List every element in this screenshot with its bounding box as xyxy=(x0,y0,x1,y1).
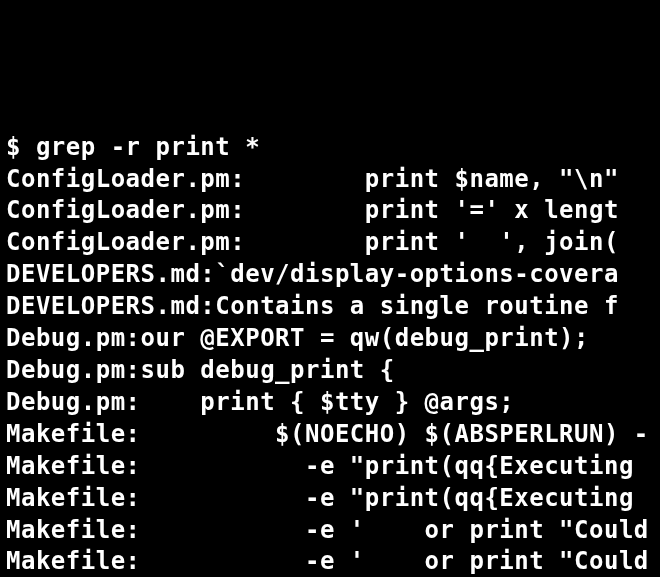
command-prompt-line: $ grep -r print * xyxy=(6,132,654,164)
prompt-symbol: $ xyxy=(6,133,36,161)
output-line: ConfigLoader.pm: print ' ', join( xyxy=(6,227,654,259)
output-line: Debug.pm:our @EXPORT = qw(debug_print); xyxy=(6,323,654,355)
output-line: DEVELOPERS.md:Contains a single routine … xyxy=(6,291,654,323)
output-line: Makefile: -e ' or print "Could xyxy=(6,546,654,577)
output-line: ConfigLoader.pm: print $name, "\n" xyxy=(6,164,654,196)
output-line: Makefile: -e ' or print "Could xyxy=(6,515,654,547)
output-line: ConfigLoader.pm: print '=' x lengt xyxy=(6,195,654,227)
output-line: Makefile: -e "print(qq{Executing xyxy=(6,483,654,515)
output-line: Makefile: $(NOECHO) $(ABSPERLRUN) - xyxy=(6,419,654,451)
output-line: Debug.pm: print { $tty } @args; xyxy=(6,387,654,419)
output-line: Makefile: -e "print(qq{Executing xyxy=(6,451,654,483)
output-line: Debug.pm:sub debug_print { xyxy=(6,355,654,387)
command-text: grep -r print * xyxy=(36,133,260,161)
output-line: DEVELOPERS.md:`dev/display-options-cover… xyxy=(6,259,654,291)
